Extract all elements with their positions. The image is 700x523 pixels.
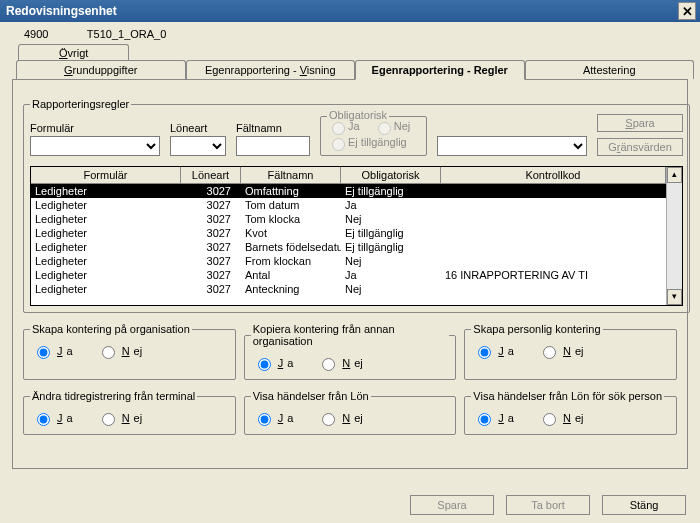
group-visa-lon: Visa händelser från Lön Ja Nej: [244, 390, 457, 435]
tab-page: Rapporteringsregler Formulär Löneart Fäl…: [12, 79, 688, 469]
table-row[interactable]: Ledigheter3027From klockanNej: [31, 254, 666, 268]
org-name: T510_1_ORA_0: [87, 28, 167, 40]
select-formular[interactable]: [30, 136, 160, 156]
group-visa-lon-sok: Visa händelser från Lön för sök person J…: [464, 390, 677, 435]
table-row[interactable]: Ledigheter3027OmfattningEj tillgänglig: [31, 184, 666, 198]
radio-kopiera-kont-nej[interactable]: Nej: [317, 355, 363, 371]
tab-grunduppgifter[interactable]: Grunduppgifter: [16, 60, 186, 79]
org-id: 4900: [24, 28, 84, 40]
obligatorisk-legend: Obligatorisk: [327, 109, 389, 121]
tab-egenrapportering-regler[interactable]: Egenrapportering - Regler: [355, 60, 525, 80]
obligatorisk-group: Obligatorisk Ja Nej Ej tillgänglig: [320, 116, 427, 156]
button-spara-rule[interactable]: Spara: [597, 114, 683, 132]
grid-scrollbar[interactable]: ▴ ▾: [666, 167, 682, 305]
col-loneart[interactable]: Löneart: [181, 167, 241, 184]
radio-visa-lon-sok-nej[interactable]: Nej: [538, 410, 584, 426]
col-faltnamn[interactable]: Fältnamn: [241, 167, 341, 184]
group-andra-tid: Ändra tidregistrering från terminal Ja N…: [23, 390, 236, 435]
close-button[interactable]: ✕: [678, 2, 696, 20]
label-faltnamn: Fältnamn: [236, 122, 310, 134]
radio-skapa-pers-nej[interactable]: Nej: [538, 343, 584, 359]
table-row[interactable]: Ledigheter3027AnteckningNej: [31, 282, 666, 296]
table-row[interactable]: Ledigheter3027Tom datumJa: [31, 198, 666, 212]
radio-visa-lon-sok-ja[interactable]: Ja: [473, 410, 514, 426]
tab-ovrigt[interactable]: Övrigt: [18, 44, 129, 61]
button-stang[interactable]: Stäng: [602, 495, 686, 515]
radio-skapa-kont-org-nej[interactable]: Nej: [97, 343, 143, 359]
col-formular[interactable]: Formulär: [31, 167, 181, 184]
scroll-down-icon[interactable]: ▾: [667, 289, 682, 305]
rules-legend: Rapporteringsregler: [30, 98, 131, 110]
group-skapa-pers: Skapa personlig kontering Ja Nej: [464, 323, 677, 380]
tab-row: Grunduppgifter Egenrapportering - Visnin…: [16, 60, 694, 79]
table-row[interactable]: Ledigheter3027Barnets födelsedatuEj till…: [31, 240, 666, 254]
group-kopiera-kont: Kopiera kontering från annan organisatio…: [244, 323, 457, 380]
window-title: Redovisningsenhet: [6, 4, 117, 18]
button-spara[interactable]: Spara: [410, 495, 494, 515]
select-loneart[interactable]: [170, 136, 226, 156]
radio-skapa-kont-org-ja[interactable]: Ja: [32, 343, 73, 359]
radio-andra-tid-ja[interactable]: Ja: [32, 410, 73, 426]
col-obligatorisk[interactable]: Obligatorisk: [341, 167, 441, 184]
radio-kopiera-kont-ja[interactable]: Ja: [253, 355, 294, 371]
input-faltnamn[interactable]: [236, 136, 310, 156]
org-header: 4900 T510_1_ORA_0: [6, 26, 694, 42]
radio-obl-ej[interactable]: [332, 138, 345, 151]
table-row[interactable]: Ledigheter3027Tom klockaNej: [31, 212, 666, 226]
scroll-up-icon[interactable]: ▴: [667, 167, 682, 183]
button-tabort[interactable]: Ta bort: [506, 495, 590, 515]
radio-obl-ja[interactable]: [332, 122, 345, 135]
col-kontrollkod[interactable]: Kontrollkod: [441, 167, 666, 184]
titlebar: Redovisningsenhet ✕: [0, 0, 700, 22]
table-row[interactable]: Ledigheter3027KvotEj tillgänglig: [31, 226, 666, 240]
label-formular: Formulär: [30, 122, 160, 134]
select-kontrollkod[interactable]: [437, 136, 587, 156]
footer-buttons: Spara Ta bort Stäng: [410, 495, 686, 515]
table-row[interactable]: Ledigheter3027AntalJa16 INRAPPORTERING A…: [31, 268, 666, 282]
radio-skapa-pers-ja[interactable]: Ja: [473, 343, 514, 359]
label-loneart: Löneart: [170, 122, 226, 134]
tab-attestering[interactable]: Attestering: [525, 60, 695, 79]
radio-visa-lon-nej[interactable]: Nej: [317, 410, 363, 426]
group-skapa-kont-org: Skapa kontering på organisation Ja Nej: [23, 323, 236, 380]
radio-obl-nej[interactable]: [378, 122, 391, 135]
tab-egenrapportering-visning[interactable]: Egenrapportering - Visning: [186, 60, 356, 79]
rules-grid: Formulär Löneart Fältnamn Obligatorisk K…: [30, 166, 683, 306]
radio-visa-lon-ja[interactable]: Ja: [253, 410, 294, 426]
radio-andra-tid-nej[interactable]: Nej: [97, 410, 143, 426]
rules-group: Rapporteringsregler Formulär Löneart Fäl…: [23, 98, 690, 313]
button-gransvarden[interactable]: Gränsvärden: [597, 138, 683, 156]
grid-header: Formulär Löneart Fältnamn Obligatorisk K…: [31, 167, 666, 184]
